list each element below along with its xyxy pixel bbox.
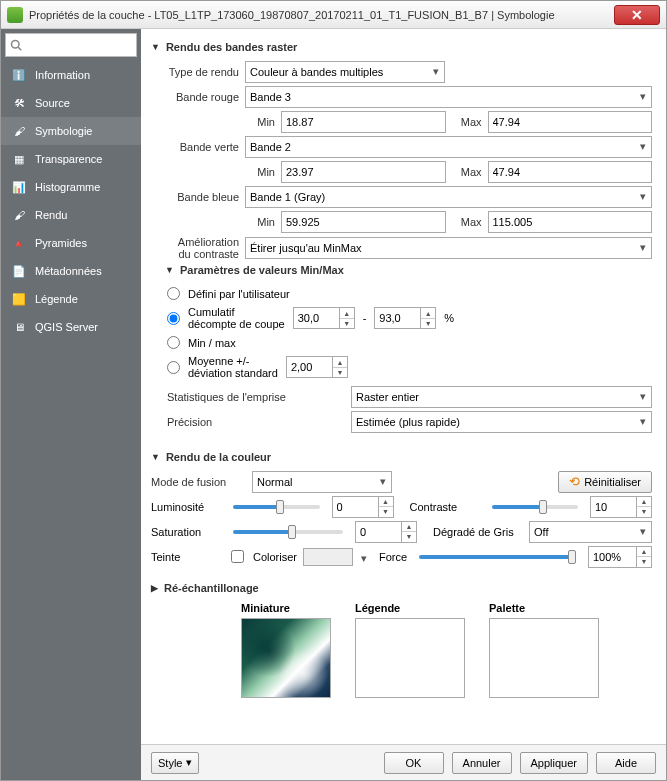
stddev-spin[interactable]: ▲▼ bbox=[286, 356, 348, 378]
sidebar-item-histogram[interactable]: 📊Histogramme bbox=[1, 173, 141, 201]
style-button[interactable]: Style ▾ bbox=[151, 752, 199, 774]
sidebar-item-transparency[interactable]: ▦Transparence bbox=[1, 145, 141, 173]
sidebar-item-information[interactable]: ℹ️Information bbox=[1, 61, 141, 89]
red-band-select[interactable]: Bande 3 bbox=[245, 86, 652, 108]
saturation-spin[interactable]: ▲▼ bbox=[355, 521, 417, 543]
contrast-label: Amélioration du contraste bbox=[151, 236, 239, 260]
green-max-input[interactable] bbox=[488, 161, 653, 183]
render-type-label: Type de rendu bbox=[151, 66, 239, 78]
search-icon bbox=[10, 39, 22, 51]
brightness-spin[interactable]: ▲▼ bbox=[332, 496, 394, 518]
source-icon: 🛠 bbox=[11, 95, 27, 111]
pyramids-icon: 🔺 bbox=[11, 235, 27, 251]
grayscale-label: Dégradé de Gris bbox=[433, 526, 523, 538]
transparency-icon: ▦ bbox=[11, 151, 27, 167]
sidebar-item-metadata[interactable]: 📄Métadonnées bbox=[1, 257, 141, 285]
refresh-icon: ⟲ bbox=[569, 474, 580, 489]
brush-icon: 🖌 bbox=[11, 123, 27, 139]
brightness-label: Luminosité bbox=[151, 501, 221, 513]
section-minmax[interactable]: ▼Paramètres de valeurs Min/Max bbox=[151, 264, 652, 276]
chevron-right-icon: ▶ bbox=[151, 583, 158, 593]
radio-minmax[interactable] bbox=[167, 336, 180, 349]
metadata-icon: 📄 bbox=[11, 263, 27, 279]
stats-extent-label: Statistiques de l'emprise bbox=[151, 391, 351, 403]
hue-label: Teinte bbox=[151, 551, 221, 563]
blue-max-input[interactable] bbox=[488, 211, 653, 233]
blend-mode-label: Mode de fusion bbox=[151, 476, 246, 488]
blue-band-label: Bande bleue bbox=[151, 191, 239, 203]
brightness-slider[interactable] bbox=[233, 505, 320, 509]
sidebar-item-pyramids[interactable]: 🔺Pyramides bbox=[1, 229, 141, 257]
sidebar-item-legend[interactable]: 🟨Légende bbox=[1, 285, 141, 313]
grayscale-select[interactable]: Off bbox=[529, 521, 652, 543]
thumbnail-heading: Miniature bbox=[241, 602, 331, 614]
accuracy-select[interactable]: Estimée (plus rapide) bbox=[351, 411, 652, 433]
chevron-down-icon: ▼ bbox=[151, 42, 160, 52]
svg-line-1 bbox=[18, 47, 21, 50]
green-band-select[interactable]: Bande 2 bbox=[245, 136, 652, 158]
contrast-label2: Contraste bbox=[410, 501, 480, 513]
contrast-spin[interactable]: ▲▼ bbox=[590, 496, 652, 518]
force-slider[interactable] bbox=[419, 555, 576, 559]
thumbnail-preview bbox=[241, 618, 331, 698]
sidebar-item-rendering[interactable]: 🖌Rendu bbox=[1, 201, 141, 229]
search-input[interactable] bbox=[5, 33, 137, 57]
sidebar-item-server[interactable]: 🖥QGIS Server bbox=[1, 313, 141, 341]
info-icon: ℹ️ bbox=[11, 67, 27, 83]
saturation-label: Saturation bbox=[151, 526, 221, 538]
palette-preview bbox=[489, 618, 599, 698]
chevron-down-icon: ▼ bbox=[151, 452, 160, 462]
sidebar: ℹ️Information 🛠Source 🖌Symbologie ▦Trans… bbox=[1, 29, 141, 780]
legend-preview bbox=[355, 618, 465, 698]
reset-button[interactable]: ⟲Réinitialiser bbox=[558, 471, 652, 493]
colorize-checkbox[interactable] bbox=[231, 550, 244, 563]
force-spin[interactable]: ▲▼ bbox=[588, 546, 652, 568]
app-icon bbox=[7, 7, 23, 23]
section-color-rendering[interactable]: ▼Rendu de la couleur bbox=[151, 451, 652, 463]
palette-heading: Palette bbox=[489, 602, 599, 614]
legend-icon: 🟨 bbox=[11, 291, 27, 307]
radio-user-defined[interactable] bbox=[167, 287, 180, 300]
radio-cumulative[interactable] bbox=[167, 312, 180, 325]
blend-mode-select[interactable]: Normal bbox=[252, 471, 392, 493]
hue-color-box[interactable] bbox=[303, 548, 353, 566]
accuracy-label: Précision bbox=[151, 416, 351, 428]
rendering-icon: 🖌 bbox=[11, 207, 27, 223]
window-title: Propriétés de la couche - LT05_L1TP_1730… bbox=[29, 9, 608, 21]
blue-min-input[interactable] bbox=[281, 211, 446, 233]
sidebar-item-symbology[interactable]: 🖌Symbologie bbox=[1, 117, 141, 145]
red-max-input[interactable] bbox=[488, 111, 653, 133]
contrast-slider[interactable] bbox=[492, 505, 579, 509]
green-min-input[interactable] bbox=[281, 161, 446, 183]
apply-button[interactable]: Appliquer bbox=[520, 752, 588, 774]
cancel-button[interactable]: Annuler bbox=[452, 752, 512, 774]
close-button[interactable]: ✕ bbox=[614, 5, 660, 25]
red-band-label: Bande rouge bbox=[151, 91, 239, 103]
sidebar-item-source[interactable]: 🛠Source bbox=[1, 89, 141, 117]
contrast-select[interactable]: Étirer jusqu'au MinMax bbox=[245, 237, 652, 259]
server-icon: 🖥 bbox=[11, 319, 27, 335]
svg-point-0 bbox=[12, 41, 20, 49]
histogram-icon: 📊 bbox=[11, 179, 27, 195]
chevron-down-icon: ▼ bbox=[165, 265, 174, 275]
force-label: Force bbox=[379, 551, 407, 563]
legend-heading: Légende bbox=[355, 602, 465, 614]
radio-mean-stddev[interactable] bbox=[167, 361, 180, 374]
cumul-lo-spin[interactable]: ▲▼ bbox=[293, 307, 355, 329]
render-type-select[interactable]: Couleur à bandes multiples bbox=[245, 61, 445, 83]
section-band-rendering[interactable]: ▼Rendu des bandes raster bbox=[151, 41, 652, 53]
red-min-input[interactable] bbox=[281, 111, 446, 133]
help-button[interactable]: Aide bbox=[596, 752, 656, 774]
green-band-label: Bande verte bbox=[151, 141, 239, 153]
stats-extent-select[interactable]: Raster entier bbox=[351, 386, 652, 408]
ok-button[interactable]: OK bbox=[384, 752, 444, 774]
titlebar: Propriétés de la couche - LT05_L1TP_1730… bbox=[1, 1, 666, 29]
chevron-down-icon: ▾ bbox=[186, 756, 192, 769]
section-resampling[interactable]: ▶Ré-échantillonage bbox=[151, 582, 652, 594]
saturation-slider[interactable] bbox=[233, 530, 343, 534]
blue-band-select[interactable]: Bande 1 (Gray) bbox=[245, 186, 652, 208]
cumul-hi-spin[interactable]: ▲▼ bbox=[374, 307, 436, 329]
